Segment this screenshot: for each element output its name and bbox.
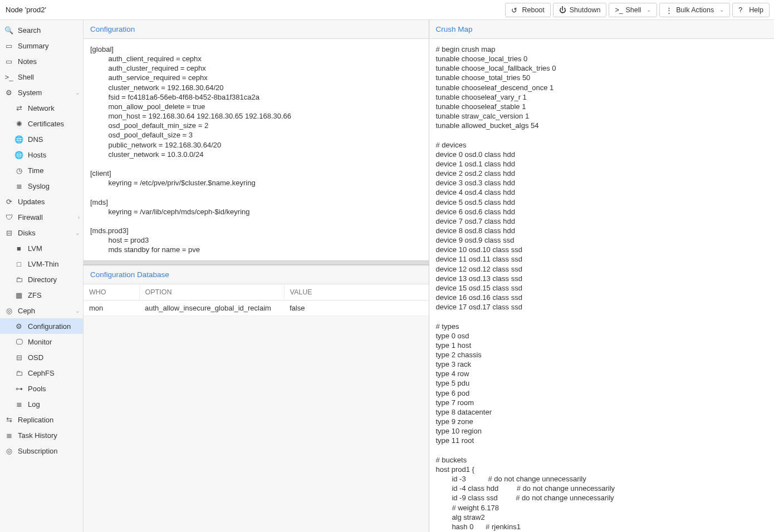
configuration-text[interactable]: [global] auth_client_required = cephx au… bbox=[84, 39, 429, 260]
table-cell-option: auth_allow_insecure_global_id_reclaim bbox=[139, 300, 284, 316]
sidebar-item-label: LVM bbox=[28, 244, 42, 253]
network-icon: ⇄ bbox=[14, 104, 23, 112]
sidebar-item-label: OSD bbox=[28, 353, 43, 362]
help-label: Help bbox=[749, 6, 763, 14]
sidebar-item-updates[interactable]: ⟳Updates bbox=[0, 194, 83, 209]
sidebar-item-certificates[interactable]: ✺Certificates bbox=[0, 116, 83, 131]
sidebar-item-time[interactable]: ◷Time bbox=[0, 162, 83, 178]
sidebar-item-label: Notes bbox=[18, 57, 37, 66]
sidebar-item-monitor[interactable]: 🖵Monitor bbox=[0, 334, 83, 349]
shutdown-button[interactable]: ⏻ Shutdown bbox=[553, 3, 607, 17]
shell-button[interactable]: >_ Shell ⌄ bbox=[609, 3, 657, 17]
sidebar-item-label: Hosts bbox=[28, 151, 46, 159]
menu-icon: ⋮ bbox=[665, 6, 673, 13]
sidebar-item-cephfs[interactable]: 🗀CephFS bbox=[0, 365, 83, 381]
globe-icon: 🌐 bbox=[14, 151, 23, 159]
reboot-button[interactable]: ↺ Reboot bbox=[505, 3, 550, 17]
sidebar-item-label: Configuration bbox=[28, 322, 71, 331]
square-icon: ■ bbox=[14, 244, 23, 253]
sidebar-item-label: Monitor bbox=[28, 338, 52, 346]
sidebar-item-ceph[interactable]: ◎Ceph⌄ bbox=[0, 303, 83, 318]
search-icon: 🔍 bbox=[4, 26, 13, 35]
chevron-down-icon: ⌄ bbox=[75, 90, 80, 96]
gears-icon: ⚙ bbox=[4, 88, 13, 97]
sidebar-item-label: Network bbox=[28, 104, 55, 112]
sidebar-item-shell[interactable]: >_Shell bbox=[0, 69, 83, 85]
sidebar-item-system[interactable]: ⚙System⌄ bbox=[0, 85, 83, 100]
sidebar-item-configuration[interactable]: ⚙Configuration bbox=[0, 318, 83, 334]
terminal-icon: >_ bbox=[4, 73, 13, 81]
sidebar-item-syslog[interactable]: ≣Syslog bbox=[0, 178, 83, 194]
sidebar-item-label: Replication bbox=[18, 416, 53, 424]
sidebar-item-label: Shell bbox=[18, 73, 34, 81]
reboot-icon: ↺ bbox=[511, 6, 518, 13]
sidebar-item-taskhistory[interactable]: ≣Task History bbox=[0, 427, 83, 443]
help-button[interactable]: ? Help bbox=[732, 3, 770, 17]
sidebar-item-label: Summary bbox=[18, 42, 49, 50]
sidebar-item-disks[interactable]: ⊟Disks⌄ bbox=[0, 225, 83, 240]
square-outline-icon: □ bbox=[14, 260, 23, 268]
chevron-down-icon: ⌄ bbox=[646, 7, 651, 13]
sidebar-item-osd[interactable]: ⊟OSD bbox=[0, 349, 83, 365]
sidebar-item-label: Disks bbox=[18, 229, 36, 237]
retweet-icon: ⇆ bbox=[4, 416, 13, 424]
sidebar-item-label: DNS bbox=[28, 135, 43, 144]
table-row[interactable]: monauth_allow_insecure_global_id_reclaim… bbox=[84, 300, 429, 316]
sidebar-item-log[interactable]: ≣Log bbox=[0, 396, 83, 412]
clock-icon: ◷ bbox=[14, 166, 23, 175]
list-icon: ≣ bbox=[14, 182, 23, 190]
split-handle[interactable] bbox=[84, 260, 429, 265]
ceph-icon: ◎ bbox=[4, 307, 13, 315]
shell-label: Shell bbox=[625, 6, 641, 14]
crush-map-panel-title: Crush Map bbox=[429, 20, 775, 39]
book-icon: ▭ bbox=[4, 42, 13, 50]
folder-icon: 🗀 bbox=[14, 369, 23, 377]
page-title: Node 'prod2' bbox=[4, 6, 505, 14]
gear-icon: ⚙ bbox=[14, 322, 23, 331]
terminal-icon: >_ bbox=[615, 6, 622, 13]
sidebar-item-dns[interactable]: 🌐DNS bbox=[0, 131, 83, 147]
sidebar-item-search[interactable]: 🔍Search bbox=[0, 22, 83, 38]
sidebar-item-pools[interactable]: ⊶Pools bbox=[0, 381, 83, 396]
crush-map-text[interactable]: # begin crush map tunable choose_local_t… bbox=[429, 39, 775, 532]
sidebar-item-firewall[interactable]: 🛡Firewall› bbox=[0, 209, 83, 225]
support-icon: ◎ bbox=[4, 447, 13, 455]
sidebar: 🔍Search ▭Summary ▭Notes >_Shell ⚙System⌄… bbox=[0, 20, 84, 532]
list-icon: ≣ bbox=[14, 400, 23, 408]
configuration-panel-title: Configuration bbox=[84, 20, 429, 39]
sidebar-item-label: LVM-Thin bbox=[28, 260, 58, 268]
sidebar-item-network[interactable]: ⇄Network bbox=[0, 100, 83, 116]
sidebar-item-zfs[interactable]: ▦ZFS bbox=[0, 287, 83, 303]
sidebar-item-replication[interactable]: ⇆Replication bbox=[0, 412, 83, 427]
list-icon: ≣ bbox=[4, 431, 13, 440]
power-icon: ⏻ bbox=[559, 6, 566, 13]
certificate-icon: ✺ bbox=[14, 120, 23, 128]
chevron-right-icon: › bbox=[78, 214, 80, 220]
sidebar-item-summary[interactable]: ▭Summary bbox=[0, 38, 83, 53]
tv-icon: 🖵 bbox=[14, 338, 23, 346]
chevron-down-icon: ⌄ bbox=[75, 308, 80, 314]
th-who[interactable]: WHO bbox=[84, 284, 139, 300]
folder-icon: 🗀 bbox=[14, 275, 23, 284]
sidebar-item-hosts[interactable]: 🌐Hosts bbox=[0, 147, 83, 162]
disk-icon: ⊟ bbox=[4, 229, 13, 237]
sidebar-item-label: Firewall bbox=[18, 213, 43, 221]
configuration-database-panel-title: Configuration Database bbox=[84, 265, 429, 284]
globe-icon: 🌐 bbox=[14, 135, 23, 144]
th-option[interactable]: OPTION bbox=[139, 284, 284, 300]
table-cell-value: false bbox=[284, 300, 429, 316]
sidebar-item-notes[interactable]: ▭Notes bbox=[0, 53, 83, 69]
help-icon: ? bbox=[738, 6, 746, 13]
sidebar-item-label: Certificates bbox=[28, 120, 64, 128]
bulk-actions-button[interactable]: ⋮ Bulk Actions ⌄ bbox=[659, 3, 730, 17]
sidebar-item-lvm[interactable]: ■LVM bbox=[0, 240, 83, 256]
sidebar-item-subscription[interactable]: ◎Subscription bbox=[0, 443, 83, 459]
refresh-icon: ⟳ bbox=[4, 198, 13, 206]
sidebar-item-lvmthin[interactable]: □LVM-Thin bbox=[0, 256, 83, 272]
th-value[interactable]: VALUE bbox=[284, 284, 429, 300]
grid-icon: ▦ bbox=[14, 291, 23, 299]
sidebar-item-label: Log bbox=[28, 400, 40, 408]
sidebar-item-label: Directory bbox=[28, 275, 57, 284]
reboot-label: Reboot bbox=[522, 6, 544, 14]
sidebar-item-directory[interactable]: 🗀Directory bbox=[0, 272, 83, 287]
